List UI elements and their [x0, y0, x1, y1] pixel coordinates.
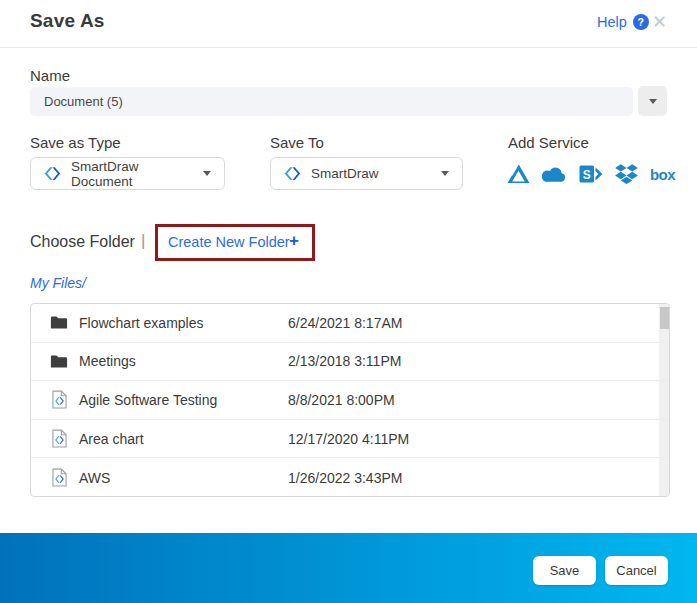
file-name: Agile Software Testing	[79, 392, 217, 408]
folder-icon	[49, 313, 69, 333]
help-icon[interactable]: ?	[633, 14, 649, 30]
create-new-folder-link[interactable]: Create New Folder	[168, 234, 290, 250]
file-date: 12/17/2020 4:11PM	[288, 431, 409, 447]
breadcrumb[interactable]: My Files/	[30, 275, 86, 291]
save-to-dropdown[interactable]: SmartDraw	[270, 157, 463, 190]
chevron-down-icon	[649, 99, 657, 104]
plus-icon[interactable]: +	[289, 231, 299, 251]
save-as-type-value: SmartDraw Document	[71, 159, 203, 189]
service-icons: S box	[506, 162, 675, 186]
svg-text:S: S	[582, 168, 590, 182]
header-divider	[0, 47, 697, 48]
save-as-type-label: Save as Type	[30, 134, 121, 151]
file-list: Flowchart examples 6/24/2021 8:17AM Meet…	[30, 303, 670, 497]
name-label: Name	[30, 67, 70, 84]
file-name: Meetings	[79, 353, 136, 369]
folder-icon	[49, 351, 69, 371]
add-service-label: Add Service	[508, 134, 589, 151]
file-name: Flowchart examples	[79, 315, 204, 331]
document-icon	[49, 390, 69, 410]
name-input[interactable]	[30, 87, 633, 116]
google-drive-icon[interactable]	[506, 162, 531, 186]
name-dropdown-button[interactable]	[638, 86, 667, 116]
file-date: 6/24/2021 8:17AM	[288, 315, 402, 331]
cancel-button[interactable]: Cancel	[605, 556, 668, 585]
list-item[interactable]: Agile Software Testing 8/8/2021 8:00PM	[31, 381, 669, 420]
close-icon[interactable]: ✕	[652, 11, 667, 33]
sharepoint-icon[interactable]: S	[578, 162, 603, 186]
save-to-value: SmartDraw	[311, 166, 441, 181]
file-name: Area chart	[79, 431, 144, 447]
save-as-type-dropdown[interactable]: SmartDraw Document	[30, 157, 225, 190]
file-name: AWS	[79, 470, 110, 486]
file-date: 1/26/2022 3:43PM	[288, 470, 402, 486]
onedrive-icon[interactable]	[542, 162, 567, 186]
help-label[interactable]: Help	[597, 14, 627, 30]
file-date: 8/8/2021 8:00PM	[288, 392, 395, 408]
chevron-down-icon	[441, 171, 449, 176]
save-to-label: Save To	[270, 134, 324, 151]
save-as-dialog: Save As Help ? ✕ Name Save as Type Smart…	[0, 0, 697, 603]
save-button[interactable]: Save	[533, 556, 596, 585]
list-item[interactable]: Area chart 12/17/2020 4:11PM	[31, 420, 669, 459]
help-link[interactable]: Help ?	[597, 14, 649, 30]
dropbox-icon[interactable]	[614, 162, 639, 186]
box-icon[interactable]: box	[650, 162, 675, 186]
file-date: 2/13/2018 3:11PM	[288, 353, 401, 369]
smartdraw-logo-icon	[284, 165, 301, 182]
choose-folder-label: Choose Folder	[30, 233, 135, 251]
dialog-title: Save As	[30, 10, 105, 32]
document-icon	[49, 429, 69, 449]
document-icon	[49, 468, 69, 488]
list-item[interactable]: Meetings 2/13/2018 3:11PM	[31, 343, 669, 382]
smartdraw-logo-icon	[44, 165, 61, 182]
chevron-down-icon	[203, 171, 211, 176]
list-item[interactable]: Flowchart examples 6/24/2021 8:17AM	[31, 304, 669, 343]
list-item[interactable]: AWS 1/26/2022 3:43PM	[31, 458, 669, 497]
footer-bar: Save Cancel	[0, 533, 697, 603]
label-divider: |	[141, 231, 145, 251]
